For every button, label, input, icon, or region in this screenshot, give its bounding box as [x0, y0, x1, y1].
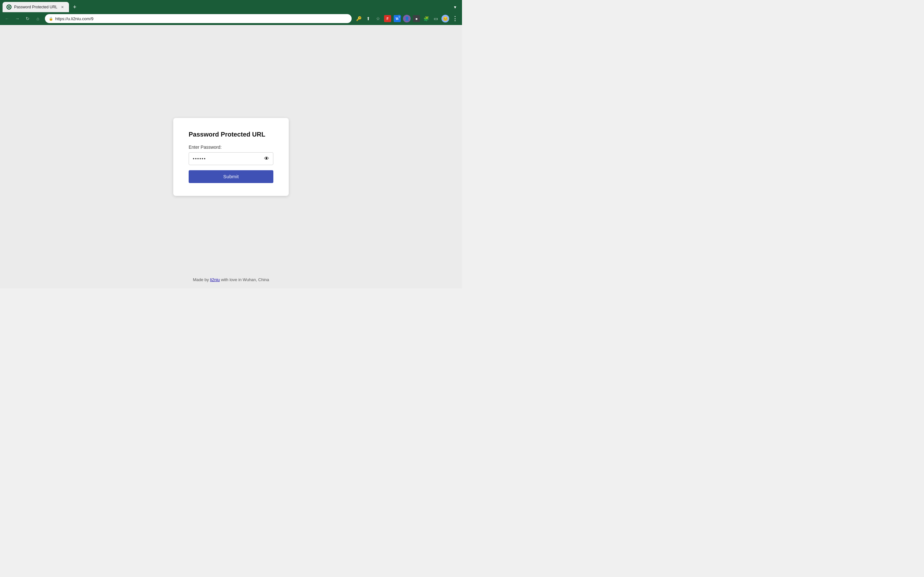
- footer-suffix: with love in Wuhan, China: [220, 277, 269, 282]
- bookmark-star-icon[interactable]: ☆: [373, 14, 383, 23]
- extensions-puzzle-icon[interactable]: 🧩: [422, 14, 431, 23]
- address-bar-row: ← → ↻ ⌂ 🔒 https://u.li2niu.com/9 🔑 ⬆ ☆ F: [0, 12, 462, 25]
- tab-title: Password Protected URL: [14, 5, 57, 9]
- browser-chrome: Password Protected URL ✕ + ▾ ← → ↻ ⌂ 🔒 h…: [0, 0, 462, 25]
- lock-icon: 🔒: [49, 17, 53, 21]
- profile-icon[interactable]: 👤: [402, 14, 411, 23]
- tab-bar: Password Protected URL ✕ + ▾: [0, 0, 462, 12]
- active-tab[interactable]: Password Protected URL ✕: [3, 2, 69, 12]
- tab-close-button[interactable]: ✕: [60, 5, 65, 10]
- extension-1-icon[interactable]: F: [383, 14, 392, 23]
- tab-list-button[interactable]: ▾: [451, 3, 459, 11]
- address-bar[interactable]: 🔒 https://u.li2niu.com/9: [45, 14, 352, 23]
- extension-4-icon[interactable]: ■: [412, 14, 421, 23]
- page-content: Password Protected URL Enter Password: 👁…: [0, 25, 462, 288]
- share-icon[interactable]: ⬆: [364, 14, 373, 23]
- eye-icon: 👁: [264, 156, 269, 161]
- reading-list-icon[interactable]: ▭: [431, 14, 440, 23]
- card-title: Password Protected URL: [189, 131, 273, 138]
- back-button[interactable]: ←: [3, 14, 11, 23]
- toolbar-icons: 🔑 ⬆ ☆ F W 3 👤 ■: [354, 14, 459, 23]
- tab-favicon: [6, 5, 11, 10]
- password-card: Password Protected URL Enter Password: 👁…: [173, 118, 289, 196]
- password-input[interactable]: [189, 152, 273, 165]
- extension-2-icon[interactable]: W 3: [393, 14, 402, 23]
- password-input-wrapper: 👁: [189, 152, 273, 165]
- forward-button[interactable]: →: [13, 14, 22, 23]
- url-text: https://u.li2niu.com/9: [55, 16, 348, 21]
- footer-prefix: Made by: [193, 277, 210, 282]
- chrome-user-avatar: 😊: [441, 15, 449, 23]
- reload-button[interactable]: ↻: [23, 14, 32, 23]
- home-button[interactable]: ⌂: [33, 14, 42, 23]
- submit-button[interactable]: Submit: [189, 170, 273, 183]
- chrome-profile-icon[interactable]: 😊: [441, 14, 450, 23]
- page-footer: Made by li2niu with love in Wuhan, China: [193, 277, 269, 282]
- key-icon[interactable]: 🔑: [354, 14, 363, 23]
- new-tab-button[interactable]: +: [70, 3, 79, 11]
- footer-link[interactable]: li2niu: [210, 277, 220, 282]
- toggle-password-visibility-button[interactable]: 👁: [263, 155, 270, 162]
- user-avatar: 👤: [403, 15, 411, 23]
- password-label: Enter Password:: [189, 145, 273, 150]
- chrome-menu-icon[interactable]: ⋮: [451, 14, 459, 23]
